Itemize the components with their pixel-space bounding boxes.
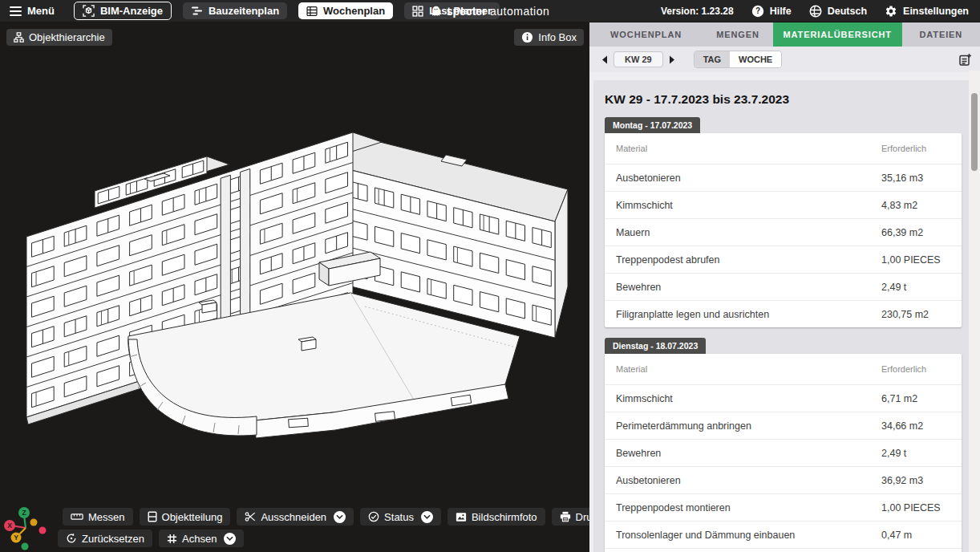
nav-button-bauzeitenplan[interactable]: Bauzeitenplan <box>183 2 287 19</box>
tool-button-objektteilung[interactable]: Objektteilung <box>140 508 231 526</box>
nav-button-wochenplan[interactable]: Wochenplan <box>298 2 393 19</box>
required-cell: 1,00 PIECES <box>881 502 950 513</box>
settings-button[interactable]: Einstellungen <box>885 5 969 18</box>
material-column-header: Material <box>616 144 881 153</box>
table-row: Perimeterdämmung anbringen34,66 m2 <box>605 412 962 439</box>
screenshot-icon <box>456 512 467 522</box>
grid-icon <box>412 6 423 17</box>
material-cell: Treppenpodest abrufen <box>616 254 881 266</box>
material-overview-content: KW 29 - 17.7.2023 bis 23.7.2023 Montag -… <box>589 72 980 552</box>
scrollbar-thumb[interactable] <box>971 93 978 171</box>
panel-scrollbar <box>969 71 980 552</box>
nav-button-bim-anzeige[interactable]: BIM-Anzeige <box>74 2 172 20</box>
previous-week-button[interactable] <box>597 53 610 66</box>
required-cell: 6,71 m2 <box>881 393 950 404</box>
hierarchy-icon <box>14 32 24 43</box>
tool-button-messen[interactable]: Messen <box>63 508 133 526</box>
tool-button-label: Achsen <box>182 533 217 545</box>
info-icon <box>521 31 533 43</box>
day-week-toggle: TAGWOCHE <box>694 51 783 68</box>
table-row: Treppenpodest abrufen1,00 PIECES <box>605 246 962 273</box>
material-cell: Ausbetonieren <box>616 475 881 486</box>
tool-button-label: Ausschneiden <box>261 511 326 523</box>
nav-button-label: BIM-Anzeige <box>100 5 163 17</box>
week-nav-bar: KW 29 TAGWOCHE <box>589 47 980 72</box>
printer-icon <box>560 511 571 522</box>
brand-logo: specter automation <box>431 4 550 18</box>
viewport-toolbar-row2: ZurücksetzenAchsen <box>58 530 244 547</box>
tool-button-ausschneiden[interactable]: Ausschneiden <box>237 508 354 526</box>
table-header: MaterialErforderlich <box>605 354 962 384</box>
ghost-logo-icon <box>431 5 442 18</box>
viewport-toolbar-row1: MessenObjektteilungAusschneidenStatusBil… <box>63 508 589 526</box>
version-label: Version: 1.23.28 <box>661 6 734 17</box>
building-model <box>0 22 589 552</box>
object-hierarchy-button[interactable]: Objekthierarchie <box>6 29 112 46</box>
menu-button[interactable]: Menü <box>10 5 55 17</box>
chevron-down-icon[interactable] <box>421 511 433 523</box>
table-row: Kimmschicht6,71 m2 <box>605 384 962 412</box>
globe-icon <box>809 5 822 18</box>
gantt-icon <box>191 6 203 16</box>
day-section: Montag - 17.07.2023MaterialErforderlichA… <box>605 117 962 327</box>
tool-button-druckvorschau[interactable]: Druckvorschau <box>552 508 589 526</box>
axes-gizmo[interactable]: Z X Y <box>2 496 53 552</box>
material-cell: Ausbetonieren <box>616 172 881 184</box>
add-note-button[interactable] <box>958 53 972 67</box>
material-cell: Mauern <box>616 227 881 238</box>
required-cell: 1,00 PIECES <box>881 254 950 266</box>
gear-icon <box>885 5 897 18</box>
tool-button-status[interactable]: Status <box>360 508 441 526</box>
required-column-header: Erforderlich <box>881 364 950 374</box>
tab-dateien[interactable]: DATEIEN <box>902 22 980 47</box>
required-cell: 34,66 m2 <box>881 420 950 432</box>
material-cell: Kimmschicht <box>616 393 881 404</box>
tab-material-bersicht[interactable]: MATERIALÜBERSICHT <box>773 22 902 47</box>
tab-mengen[interactable]: MENGEN <box>703 22 773 47</box>
language-button[interactable]: Deutsch <box>809 5 867 18</box>
ruler-icon <box>71 512 83 522</box>
chevron-down-icon[interactable] <box>224 533 236 545</box>
brand-bold: specter <box>447 5 487 18</box>
next-week-button[interactable] <box>666 53 679 66</box>
toggle-segment-tag[interactable]: TAG <box>695 51 730 67</box>
language-label: Deutsch <box>828 6 867 17</box>
week-card: KW 29 - 17.7.2023 bis 23.7.2023 Montag -… <box>593 80 973 552</box>
tool-button-label: Status <box>384 511 414 523</box>
tab-wochenplan[interactable]: WOCHENPLAN <box>589 22 703 47</box>
required-cell: 0,47 m <box>881 530 950 541</box>
right-panel: WOCHENPLANMENGENMATERIALÜBERSICHTDATEIEN… <box>589 22 980 552</box>
table-header: MaterialErforderlich <box>605 133 962 164</box>
week-title: KW 29 - 17.7.2023 bis 23.7.2023 <box>605 92 962 107</box>
required-cell: 35,16 m3 <box>881 172 950 184</box>
required-cell: 4,83 m2 <box>881 200 950 211</box>
tool-button-label: Messen <box>88 511 125 523</box>
toggle-segment-woche[interactable]: WOCHE <box>730 51 781 67</box>
tool-button-label: Bildschirmfoto <box>472 511 537 523</box>
day-badge: Montag - 17.07.2023 <box>605 117 700 133</box>
question-circle-icon: ? <box>751 5 764 18</box>
help-button[interactable]: ? Hilfe <box>751 5 792 18</box>
required-cell: 66,39 m2 <box>881 227 950 238</box>
table-row: Ausbetonieren35,16 m3 <box>605 164 962 191</box>
axes-hash-icon <box>167 534 177 544</box>
panel-tabs: WOCHENPLANMENGENMATERIALÜBERSICHTDATEIEN <box>589 22 980 47</box>
material-table: MaterialErforderlichKimmschicht6,71 m2Pe… <box>605 354 962 552</box>
tool-button-bildschirmfoto[interactable]: Bildschirmfoto <box>447 508 545 526</box>
day-section: Dienstag - 18.07.2023MaterialErforderlic… <box>605 338 962 552</box>
scissors-icon <box>245 511 256 522</box>
required-cell: 36,92 m3 <box>881 475 950 486</box>
table-row: Bewehren2,49 t <box>605 439 962 466</box>
tool-button-achsen[interactable]: Achsen <box>159 530 244 547</box>
current-week-button[interactable]: KW 29 <box>614 51 663 67</box>
required-column-header: Erforderlich <box>881 144 950 153</box>
table-row: Filigranplatte legen und ausrichten230,7… <box>605 548 962 552</box>
info-box-button[interactable]: Info Box <box>514 29 584 46</box>
chevron-down-icon[interactable] <box>334 511 346 523</box>
tool-button-zur-cksetzen[interactable]: Zurücksetzen <box>58 530 152 547</box>
nav-button-label: Bauzeitenplan <box>209 5 279 17</box>
table-row: Filigranplatte legen und ausrichten230,7… <box>605 300 962 327</box>
required-cell: 230,75 m2 <box>881 309 950 320</box>
material-cell: Tronsolenlager und Dämmung einbauen <box>616 530 881 541</box>
3d-viewport[interactable]: Objekthierarchie Info Box <box>0 22 589 552</box>
